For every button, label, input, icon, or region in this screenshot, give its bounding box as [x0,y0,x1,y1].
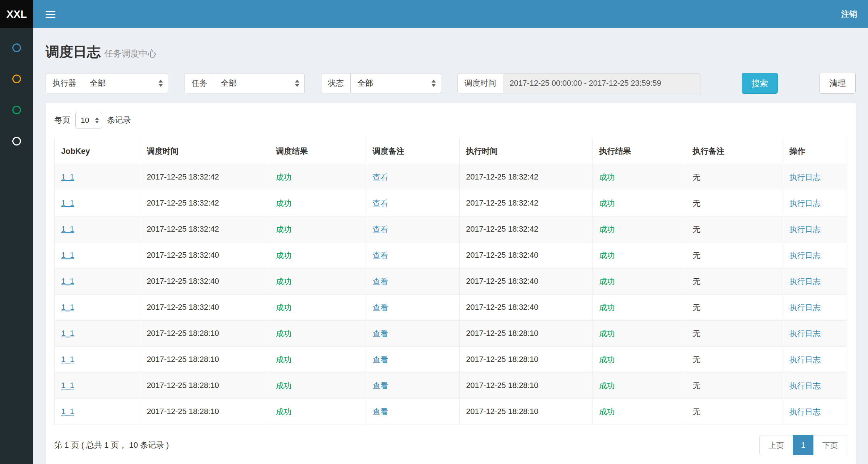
dispatch-time-cell: 2017-12-25 18:28:10 [140,347,269,373]
jobkey-link[interactable]: 1_1 [61,381,74,390]
jobkey-cell: 1_1 [55,399,140,425]
jobkey-link[interactable]: 1_1 [61,407,74,416]
exec-result-text: 成功 [599,329,615,338]
dispatch-time-cell: 2017-12-25 18:32:40 [140,295,269,321]
page-number-button[interactable]: 1 [793,435,814,455]
column-header-dispatch-result[interactable]: 调度结果 [269,138,366,164]
jobkey-link[interactable]: 1_1 [61,225,74,233]
sidebar-item-1[interactable] [12,43,21,52]
dispatch-remark-cell: 查看 [366,295,459,321]
exec-log-link[interactable]: 执行日志 [789,251,821,260]
exec-log-link[interactable]: 执行日志 [789,173,821,182]
exec-result-text: 成功 [599,199,615,208]
jobkey-link[interactable]: 1_1 [61,277,74,286]
jobkey-cell: 1_1 [55,347,140,373]
column-header-exec-result[interactable]: 执行结果 [593,138,686,164]
action-cell: 执行日志 [783,295,847,321]
main-content: 调度日志任务调度中心 执行器 全部 任务 全部 状态 全部 调度时间 [33,0,868,464]
exec-remark-cell: 无 [686,373,783,399]
exec-log-link[interactable]: 执行日志 [789,408,821,416]
dispatch-time-cell: 2017-12-25 18:28:10 [140,373,269,399]
filter-job: 任务 全部 [185,73,305,93]
filter-executor: 执行器 全部 [46,73,168,93]
table-row: 1_1 2017-12-25 18:28:10 成功 查看 2017-12-25… [55,347,847,373]
exec-log-link[interactable]: 执行日志 [789,303,821,312]
jobkey-link[interactable]: 1_1 [61,355,74,364]
action-cell: 执行日志 [783,373,847,399]
dispatch-remark-link[interactable]: 查看 [372,199,388,208]
jobkey-link[interactable]: 1_1 [61,251,74,260]
jobkey-link[interactable]: 1_1 [61,199,74,207]
job-select-value: 全部 [221,78,237,89]
action-cell: 执行日志 [783,216,847,242]
sidebar-item-2[interactable] [12,75,21,83]
time-range-input[interactable]: 2017-12-25 00:00:00 - 2017-12-25 23:59:5… [503,73,700,93]
dispatch-remark-cell: 查看 [366,216,459,242]
dispatch-remark-link[interactable]: 查看 [372,303,388,312]
dispatch-remark-link[interactable]: 查看 [372,225,388,234]
executor-select[interactable]: 全部 [83,73,168,93]
exec-log-link[interactable]: 执行日志 [789,225,821,234]
circle-icon [12,106,21,114]
column-header-dispatch-time[interactable]: 调度时间 [140,138,269,164]
search-button[interactable]: 搜索 [742,73,778,94]
jobkey-link[interactable]: 1_1 [61,173,74,181]
exec-remark-cell: 无 [686,242,783,269]
dispatch-remark-link[interactable]: 查看 [372,408,388,416]
dispatch-remark-link[interactable]: 查看 [372,329,388,338]
table-row: 1_1 2017-12-25 18:28:10 成功 查看 2017-12-25… [55,321,847,347]
exec-time-cell: 2017-12-25 18:28:10 [459,347,593,373]
exec-log-link[interactable]: 执行日志 [789,199,821,208]
job-select[interactable]: 全部 [214,73,305,93]
logout-link[interactable]: 注销 [841,9,857,20]
jobkey-link[interactable]: 1_1 [61,329,74,338]
dispatch-remark-link[interactable]: 查看 [372,355,388,364]
brand-logo[interactable]: XXL [0,0,33,28]
circle-icon [12,137,21,145]
dispatch-remark-cell: 查看 [366,399,459,425]
status-select-value: 全部 [357,78,373,89]
sidebar [0,28,33,464]
exec-log-link[interactable]: 执行日志 [789,355,821,364]
prev-page-button[interactable]: 上页 [759,435,793,455]
jobkey-link[interactable]: 1_1 [61,303,74,312]
next-page-button[interactable]: 下页 [813,435,847,455]
column-header-action[interactable]: 操作 [783,138,847,164]
page-size-select[interactable]: 10 [75,112,102,128]
select-stepper-icon [159,80,163,87]
table-row: 1_1 2017-12-25 18:32:40 成功 查看 2017-12-25… [55,269,847,295]
exec-result-cell: 成功 [593,164,686,190]
clear-button[interactable]: 清理 [819,73,856,94]
dispatch-remark-link[interactable]: 查看 [372,381,388,390]
dispatch-remark-cell: 查看 [366,269,459,295]
exec-log-link[interactable]: 执行日志 [789,329,821,338]
time-range-label: 调度时间 [458,73,503,93]
sidebar-item-4[interactable] [12,137,21,145]
exec-time-cell: 2017-12-25 18:28:10 [459,321,593,347]
jobkey-cell: 1_1 [55,373,140,399]
sidebar-item-3[interactable] [12,106,21,114]
sidebar-toggle-icon[interactable] [46,11,55,18]
column-header-exec-remark[interactable]: 执行备注 [686,138,783,164]
column-header-jobkey[interactable]: JobKey [55,138,140,164]
dispatch-remark-link[interactable]: 查看 [372,251,388,260]
column-header-dispatch-remark[interactable]: 调度备注 [366,138,459,164]
dispatch-time-cell: 2017-12-25 18:32:42 [140,164,269,190]
status-label: 状态 [321,73,351,93]
exec-log-link[interactable]: 执行日志 [789,277,821,286]
dispatch-result-text: 成功 [276,251,291,260]
status-select[interactable]: 全部 [351,73,441,93]
executor-select-value: 全部 [90,78,106,89]
page-size-value: 10 [81,116,89,125]
exec-remark-cell: 无 [686,269,783,295]
exec-log-link[interactable]: 执行日志 [789,381,821,390]
circle-icon [12,43,21,52]
dispatch-remark-link[interactable]: 查看 [372,173,388,182]
exec-result-cell: 成功 [593,269,686,295]
dispatch-result-text: 成功 [276,303,291,312]
dispatch-time-cell: 2017-12-25 18:32:40 [140,242,269,269]
exec-time-cell: 2017-12-25 18:32:42 [459,216,593,242]
column-header-exec-time[interactable]: 执行时间 [459,138,593,164]
page-size-suffix-label: 条记录 [107,115,131,126]
dispatch-remark-link[interactable]: 查看 [372,277,388,286]
